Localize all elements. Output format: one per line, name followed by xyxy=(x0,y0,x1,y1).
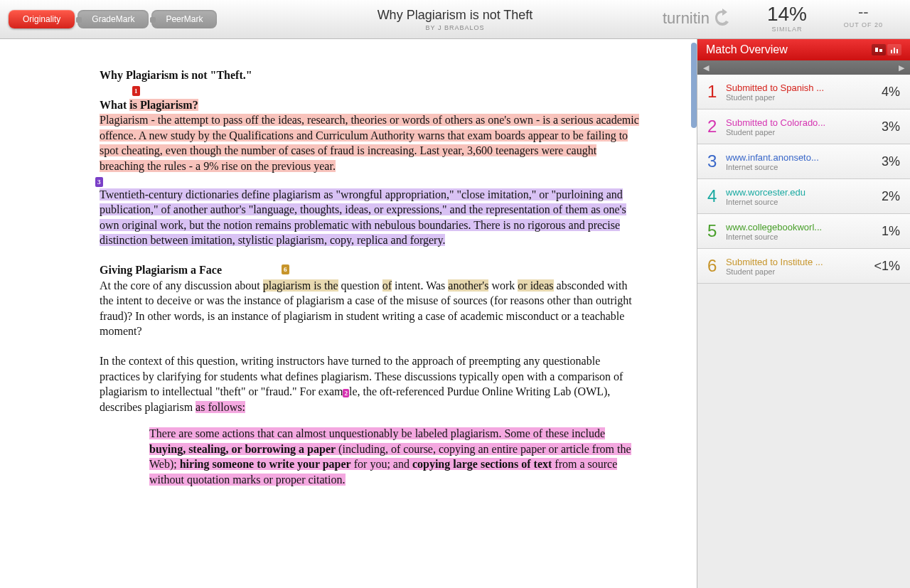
match-number: 1 xyxy=(707,82,726,102)
match-percent: 3% xyxy=(882,119,900,134)
match-row[interactable]: 2Submitted to Colorado...Student paper3% xyxy=(697,109,910,144)
match-info: www.infant.anonseto...Internet source xyxy=(726,152,882,171)
doc-heading-main: Why Plagiarism is not "Theft." xyxy=(100,68,640,83)
tab-peermark[interactable]: PeerMark xyxy=(151,10,217,28)
match-percent: 2% xyxy=(882,189,900,204)
match-kind: Student paper xyxy=(726,267,874,276)
document-body: Why Plagiarism is not "Theft." 1 What is… xyxy=(100,68,640,488)
similarity-label: SIMILAR xyxy=(767,26,807,33)
grade-block: -- OUT OF 20 xyxy=(844,3,883,28)
svg-rect-2 xyxy=(891,50,892,53)
match-row[interactable]: 1Submitted to Spanish ...Student paper4% xyxy=(697,75,910,109)
grade-label: OUT OF 20 xyxy=(844,21,883,28)
tab-grademark[interactable]: GradeMark xyxy=(77,10,149,28)
top-bar: Originality GradeMark PeerMark Why Plagi… xyxy=(0,0,910,39)
match-tag-6[interactable]: 6 xyxy=(282,264,289,274)
svg-rect-0 xyxy=(875,48,878,52)
match-nav: ◀ ▶ xyxy=(697,60,910,75)
svg-rect-3 xyxy=(894,48,895,53)
match-kind: Internet source xyxy=(726,198,882,206)
svg-rect-1 xyxy=(879,49,882,52)
doc-paragraph-1: Plagiarism - the attempt to pass off the… xyxy=(100,112,640,173)
match-percent: 3% xyxy=(882,154,900,169)
nav-next-icon[interactable]: ▶ xyxy=(899,63,904,73)
match-number: 6 xyxy=(707,256,726,276)
view-toggle-list[interactable] xyxy=(872,44,886,55)
match-percent: 4% xyxy=(882,85,900,100)
doc-paragraph-3: At the core of any discussion about plag… xyxy=(100,278,640,339)
match-percent: <1% xyxy=(874,259,900,274)
doc-paragraph-2: Twentieth-century dictionaries define pl… xyxy=(100,187,640,248)
match-overview-header: Match Overview xyxy=(697,39,910,60)
main-area: Why Plagiarism is not "Theft." 1 What is… xyxy=(0,39,910,588)
match-overview-title: Match Overview xyxy=(706,43,788,56)
match-number: 2 xyxy=(707,117,726,137)
match-source: www.infant.anonseto... xyxy=(726,152,882,163)
match-row[interactable]: 5www.collegebookworl...Internet source1% xyxy=(697,214,910,249)
match-tag-2[interactable]: 2 xyxy=(343,389,349,397)
match-kind: Student paper xyxy=(726,93,882,102)
match-list[interactable]: 1Submitted to Spanish ...Student paper4%… xyxy=(697,75,910,588)
match-number: 4 xyxy=(707,186,726,206)
match-source: Submitted to Spanish ... xyxy=(726,82,882,93)
grade-value: -- xyxy=(844,3,883,21)
tab-group: Originality GradeMark PeerMark xyxy=(9,10,220,28)
document-title: Why Plagiarism is not Theft xyxy=(378,8,533,23)
match-source: Submitted to Institute ... xyxy=(726,257,874,267)
view-toggle xyxy=(872,44,901,55)
match-kind: Student paper xyxy=(726,128,882,137)
match-info: Submitted to Spanish ...Student paper xyxy=(726,82,882,102)
match-info: www.collegebookworl...Internet source xyxy=(726,222,882,241)
similarity-percent: 14% xyxy=(767,3,807,26)
match-source: www.worcester.edu xyxy=(726,187,882,198)
svg-rect-4 xyxy=(896,49,898,53)
title-block: Why Plagiarism is not Theft BY J BRABALO… xyxy=(378,8,533,31)
similarity-score: 14% SIMILAR xyxy=(767,3,807,33)
brand-logo: turnitin xyxy=(663,9,732,28)
match-percent: 1% xyxy=(882,224,900,239)
document-pane[interactable]: Why Plagiarism is not "Theft." 1 What is… xyxy=(0,39,697,588)
match-row[interactable]: 4www.worcester.eduInternet source2% xyxy=(697,179,910,214)
match-info: Submitted to Institute ...Student paper xyxy=(726,257,874,276)
match-source: www.collegebookworl... xyxy=(726,222,882,232)
view-toggle-bars[interactable] xyxy=(887,44,901,55)
turnitin-icon xyxy=(712,9,732,28)
tab-originality[interactable]: Originality xyxy=(9,10,75,28)
match-number: 3 xyxy=(707,151,726,171)
doc-heading-face: Giving Plagiarism a Face xyxy=(100,262,640,278)
match-tag-3[interactable]: 3 xyxy=(95,177,103,187)
match-source: Submitted to Colorado... xyxy=(726,117,882,128)
match-number: 5 xyxy=(707,221,726,241)
match-info: www.worcester.eduInternet source xyxy=(726,187,882,206)
sidebar: Match Overview ◀ ▶ 1Submitted to Spanish… xyxy=(697,39,910,588)
document-author: BY J BRABALOS xyxy=(378,24,533,31)
match-row[interactable]: 3www.infant.anonseto...Internet source3% xyxy=(697,144,910,179)
match-row[interactable]: 6Submitted to Institute ...Student paper… xyxy=(697,249,910,284)
match-info: Submitted to Colorado...Student paper xyxy=(726,117,882,137)
doc-paragraph-4: In the context of this question, writing… xyxy=(100,353,640,415)
scrollbar-thumb[interactable] xyxy=(691,43,697,128)
doc-heading-what: What is Plagiarism? xyxy=(100,97,640,113)
match-kind: Internet source xyxy=(726,163,882,171)
match-kind: Internet source xyxy=(726,232,882,241)
nav-prev-icon[interactable]: ◀ xyxy=(703,63,709,73)
doc-blockquote: There are some actions that can almost u… xyxy=(149,426,640,487)
match-tag-1[interactable]: 1 xyxy=(132,86,140,96)
